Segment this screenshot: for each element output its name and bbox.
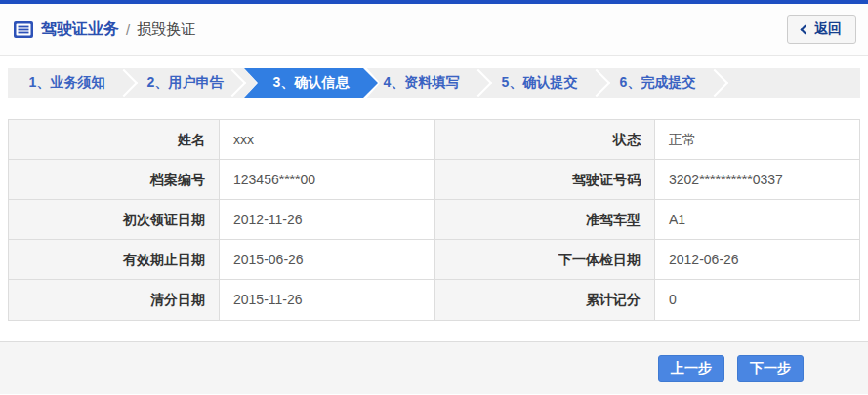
step-label: 4、资料填写 [384, 74, 460, 92]
label-cell: 清分日期 [9, 280, 220, 320]
label-cell: 准驾车型 [435, 200, 655, 240]
value-cell: 3202**********0337 [655, 160, 859, 200]
value-cell: 正常 [655, 120, 859, 160]
value-cell: 2015-06-26 [220, 240, 435, 280]
label-cell: 姓名 [9, 120, 220, 160]
step-label: 2、用户申告 [147, 74, 224, 92]
value-cell: 0 [655, 280, 859, 320]
label-cell: 档案编号 [9, 160, 220, 200]
value-cell: xxx [220, 120, 435, 160]
license-info-table: 姓名 xxx 状态 正常 档案编号 123456****00 驾驶证号码 320… [8, 119, 860, 321]
back-button-label: 返回 [814, 20, 842, 38]
step-bar: 1、业务须知 2、用户申告 3、确认信息 4、资料填写 5、确认提交 6、完成提… [8, 68, 860, 98]
label-cell: 初次领证日期 [9, 200, 220, 240]
label-cell: 有效期止日期 [9, 240, 220, 280]
next-step-button[interactable]: 下一步 [737, 355, 804, 382]
label-cell: 累计记分 [435, 280, 655, 320]
step-label: 6、完成提交 [620, 74, 696, 92]
step-tab-6[interactable]: 6、完成提交 [599, 68, 717, 98]
step-bar-filler [717, 68, 860, 98]
step-label: 3、确认信息 [273, 74, 350, 92]
step-tab-2[interactable]: 2、用户申告 [126, 68, 244, 98]
page-title: 驾驶证业务 [41, 20, 119, 40]
value-cell: 2012-11-26 [220, 200, 435, 240]
label-cell: 驾驶证号码 [435, 160, 655, 200]
value-cell: A1 [655, 200, 859, 240]
step-tab-4[interactable]: 4、资料填写 [362, 68, 480, 98]
label-cell: 下一体检日期 [435, 240, 655, 280]
step-tab-1[interactable]: 1、业务须知 [8, 68, 126, 98]
step-tab-3-active[interactable]: 3、确认信息 [244, 68, 378, 98]
app-header: 驾驶证业务 / 损毁换证 返回 [0, 4, 868, 56]
step-tab-5[interactable]: 5、确认提交 [480, 68, 599, 98]
list-icon [14, 21, 33, 38]
value-cell: 2012-06-26 [655, 240, 859, 280]
back-button[interactable]: 返回 [787, 15, 856, 44]
value-cell: 2015-11-26 [220, 280, 435, 320]
chevron-left-icon [801, 24, 810, 34]
wizard-footer: 上一步 下一步 [0, 341, 868, 394]
prev-step-button[interactable]: 上一步 [658, 355, 724, 382]
value-cell: 123456****00 [220, 160, 435, 200]
label-cell: 状态 [435, 120, 655, 160]
breadcrumb-separator: / [126, 21, 130, 38]
step-label: 1、业务须知 [29, 74, 105, 92]
step-label: 5、确认提交 [502, 74, 578, 92]
page-subtitle: 损毁换证 [137, 20, 195, 39]
